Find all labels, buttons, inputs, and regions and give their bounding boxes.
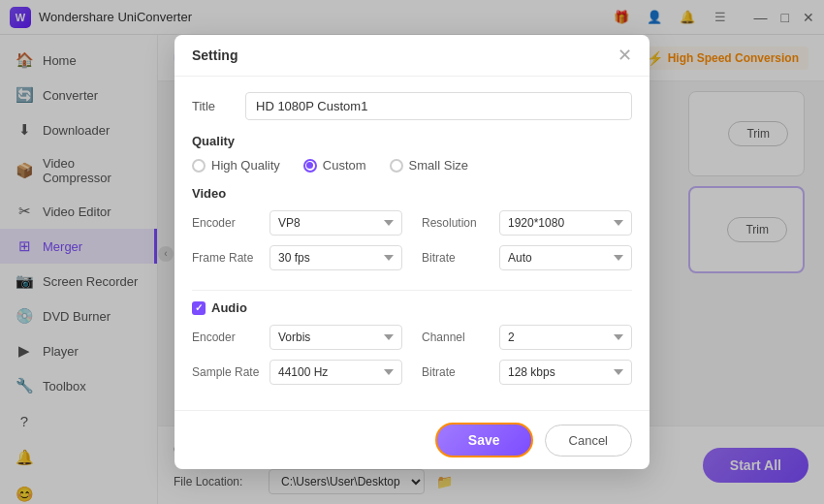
- title-label: Title: [192, 99, 236, 113]
- quality-high[interactable]: High Quality: [192, 158, 280, 173]
- sample-rate-label: Sample Rate: [192, 365, 269, 379]
- audio-checkbox[interactable]: ✓ Audio: [192, 300, 247, 315]
- title-input[interactable]: [245, 92, 632, 120]
- quality-section-title: Quality: [192, 134, 632, 148]
- video-section-title: Video: [192, 186, 632, 201]
- modal-close-button[interactable]: ✕: [618, 47, 632, 64]
- quality-custom[interactable]: Custom: [303, 158, 366, 173]
- frame-rate-label: Frame Rate: [192, 251, 269, 265]
- modal-header: Setting ✕: [174, 35, 650, 77]
- channel-select[interactable]: 21: [499, 325, 632, 350]
- sample-rate-select[interactable]: 44100 Hz48000 Hz: [269, 360, 402, 385]
- encoder-label: Encoder: [192, 216, 269, 230]
- resolution-select[interactable]: 1920*10801280*720: [499, 210, 632, 236]
- video-bitrate-select[interactable]: Auto512 kbps1 Mbps: [499, 245, 632, 270]
- setting-modal: Setting ✕ Title Quality High Quality Cus…: [174, 35, 650, 469]
- resolution-label: Resolution: [422, 216, 499, 230]
- audio-section-title: Audio: [211, 300, 247, 315]
- frame-rate-select[interactable]: 30 fps24 fps60 fps: [269, 245, 402, 270]
- quality-small[interactable]: Small Size: [390, 158, 468, 173]
- modal-title: Setting: [192, 47, 238, 63]
- video-encoder-select[interactable]: VP8VP9H.264: [269, 210, 402, 236]
- channel-label: Channel: [422, 331, 499, 344]
- modal-footer: Save Cancel: [174, 410, 650, 469]
- modal-overlay: Setting ✕ Title Quality High Quality Cus…: [0, 0, 824, 504]
- video-bitrate-label: Bitrate: [422, 251, 499, 265]
- audio-encoder-select[interactable]: VorbisAACMP3: [269, 325, 402, 350]
- audio-bitrate-select[interactable]: 128 kbps192 kbps256 kbps: [499, 360, 632, 385]
- audio-encoder-label: Encoder: [192, 331, 269, 344]
- cancel-button[interactable]: Cancel: [545, 425, 632, 457]
- audio-bitrate-label: Bitrate: [422, 365, 499, 379]
- save-button[interactable]: Save: [435, 423, 533, 457]
